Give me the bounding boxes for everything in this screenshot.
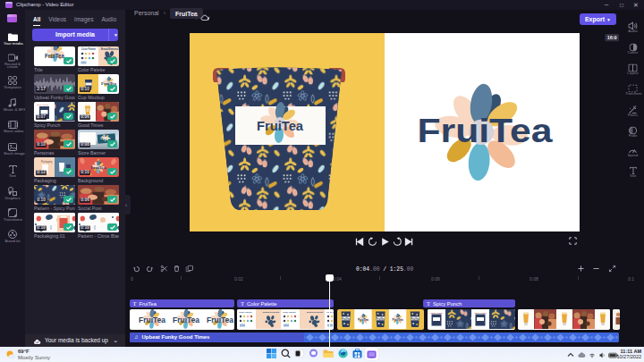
svg-text:FruiTea: FruiTea (207, 316, 233, 324)
svg-text:Spicy Punch: Spicy Punch (37, 104, 49, 106)
svg-text:Packaging: Packaging (41, 160, 53, 164)
svg-text:FruiTea: FruiTea (358, 318, 369, 322)
svg-text:Color Palette: Color Palette (81, 47, 97, 51)
svg-text:Brand Elements: Brand Elements (263, 311, 280, 314)
svg-text:FruiTea: FruiTea (45, 53, 64, 59)
svg-text:FruiTea: FruiTea (173, 316, 199, 324)
svg-text:Spicy Punch: Spicy Punch (430, 312, 443, 314)
svg-text:FruiTea: FruiTea (90, 165, 106, 170)
svg-text:FruiTea: FruiTea (139, 316, 165, 324)
svg-text:Color Palette: Color Palette (239, 311, 252, 314)
svg-text:FruiTea: FruiTea (342, 317, 351, 321)
svg-text:FruiTea: FruiTea (418, 113, 554, 149)
svg-text:Brand Elements: Brand Elements (101, 47, 119, 51)
svg-text:FruiTea: FruiTea (257, 118, 303, 133)
